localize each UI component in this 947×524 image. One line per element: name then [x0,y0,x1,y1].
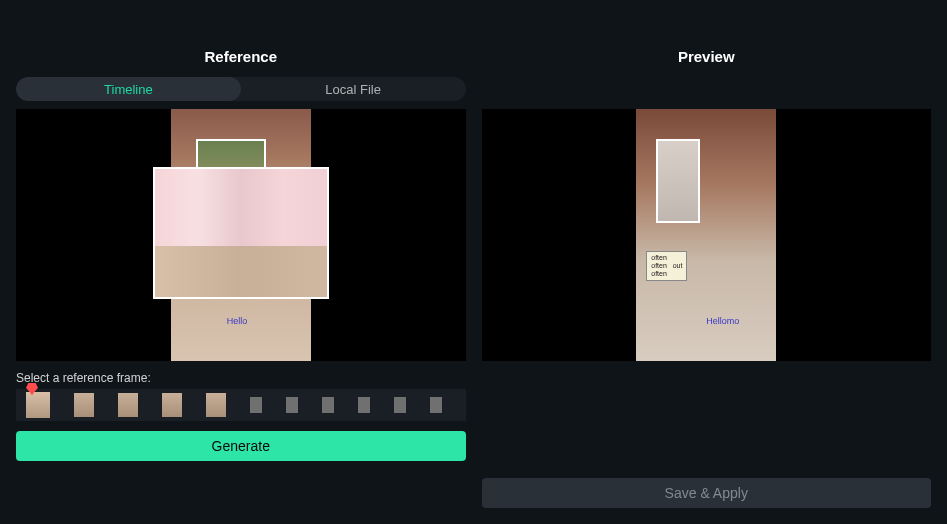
main-layout: Reference Timeline Local File Hello Sele… [0,0,947,524]
reference-overlay-image-2 [153,167,329,299]
frame-select-label: Select a reference frame: [16,371,466,385]
timeline-thumb[interactable] [162,393,182,417]
timeline-thumb[interactable] [430,397,442,413]
preview-label-strip: often often out often [646,251,687,281]
timeline-thumb[interactable] [250,397,262,413]
reference-media-viewer: Hello [16,109,466,361]
reference-base-frame: Hello [171,109,311,361]
timeline-thumb[interactable] [118,393,138,417]
timeline-thumb[interactable] [206,393,226,417]
reference-column: Reference Timeline Local File Hello Sele… [16,16,466,508]
timeline-thumb[interactable] [74,393,94,417]
save-apply-button: Save & Apply [482,478,932,508]
preview-base-frame: often often out often Hellomo [636,109,776,361]
preview-media-viewer: often often out often Hellomo [482,109,932,361]
timeline-thumb[interactable] [26,392,50,418]
timeline-thumb[interactable] [286,397,298,413]
tab-timeline[interactable]: Timeline [16,77,241,101]
frame-timeline[interactable] [16,389,466,421]
timeline-thumb[interactable] [322,397,334,413]
preview-overlay-text: Hellomo [706,316,739,326]
reference-overlay-text: Hello [227,316,248,326]
preview-title: Preview [482,48,932,65]
tab-local-file[interactable]: Local File [241,77,466,101]
preview-spacer [482,77,932,109]
reference-title: Reference [16,48,466,65]
timeline-thumb[interactable] [394,397,406,413]
timeline-thumb[interactable] [358,397,370,413]
source-tab-bar: Timeline Local File [16,77,466,101]
preview-overlay-image-1 [656,139,700,223]
preview-column: Preview often often out often Hellomo Sa… [482,16,932,508]
generate-button[interactable]: Generate [16,431,466,461]
preview-fill [482,361,932,478]
